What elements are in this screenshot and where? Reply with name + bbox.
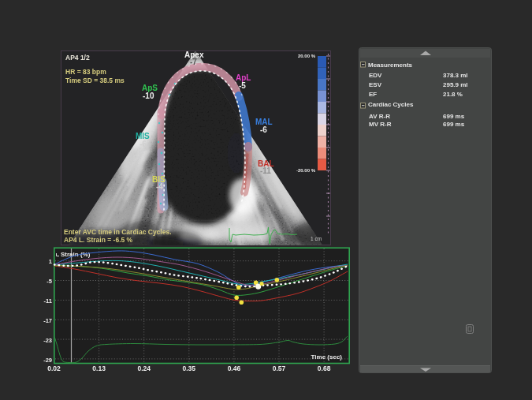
svg-text:699 ms: 699 ms: [443, 113, 465, 120]
svg-text:-10: -10: [143, 92, 154, 100]
svg-text:0.02: 0.02: [47, 364, 61, 372]
svg-text:Strain (%): Strain (%): [61, 251, 91, 258]
svg-text:20.00 %: 20.00 %: [298, 54, 316, 58]
svg-text:HR = 83 bpm: HR = 83 bpm: [65, 68, 106, 76]
svg-text:-11: -11: [260, 166, 271, 175]
svg-text:699 ms: 699 ms: [443, 121, 465, 128]
svg-text:0.24: 0.24: [137, 364, 151, 372]
svg-text:-11: -11: [44, 297, 52, 305]
svg-text:-6: -6: [260, 125, 267, 134]
svg-text:378.3 ml: 378.3 ml: [443, 72, 468, 79]
svg-text:1: 1: [49, 258, 52, 265]
svg-text:-7: -7: [190, 58, 197, 66]
svg-text:-17: -17: [43, 317, 52, 324]
svg-text:AP4 L. Strain = -6.5 %: AP4 L. Strain = -6.5 %: [64, 236, 133, 244]
svg-text:-6: -6: [140, 140, 147, 148]
svg-text:ESV: ESV: [369, 81, 382, 88]
svg-text:21.8 %: 21.8 %: [443, 91, 463, 98]
svg-text:Cardiac Cycles: Cardiac Cycles: [368, 101, 414, 108]
svg-text:Time SD = 38.5 ms: Time SD = 38.5 ms: [65, 77, 125, 84]
svg-text:0.13: 0.13: [92, 364, 106, 372]
svg-text:0.35: 0.35: [183, 364, 196, 372]
svg-text:0.46: 0.46: [228, 364, 241, 372]
svg-text:-4: -4: [156, 182, 163, 191]
svg-text:-5: -5: [239, 81, 246, 90]
svg-text:295.9 ml: 295.9 ml: [443, 81, 468, 88]
svg-text:EF: EF: [369, 91, 377, 98]
svg-text:-23: -23: [43, 337, 52, 344]
svg-text:MV R-R: MV R-R: [369, 121, 392, 128]
svg-text:0.68: 0.68: [318, 364, 331, 372]
svg-text:1 cm: 1 cm: [311, 236, 322, 241]
svg-text:Enter AVC time in Cardiac Cycl: Enter AVC time in Cardiac Cycles.: [64, 228, 172, 236]
svg-text:EDV: EDV: [369, 72, 382, 79]
svg-text:-20.00 %: -20.00 %: [296, 168, 316, 173]
svg-text:AV R-R: AV R-R: [369, 113, 390, 120]
svg-text:-29: -29: [43, 357, 52, 364]
svg-text:AP4 1/2: AP4 1/2: [65, 54, 90, 62]
svg-text:0.57: 0.57: [273, 364, 286, 372]
svg-text:Measurements: Measurements: [368, 62, 413, 69]
svg-text:-5: -5: [47, 278, 52, 285]
svg-text:Time (sec): Time (sec): [311, 353, 343, 361]
